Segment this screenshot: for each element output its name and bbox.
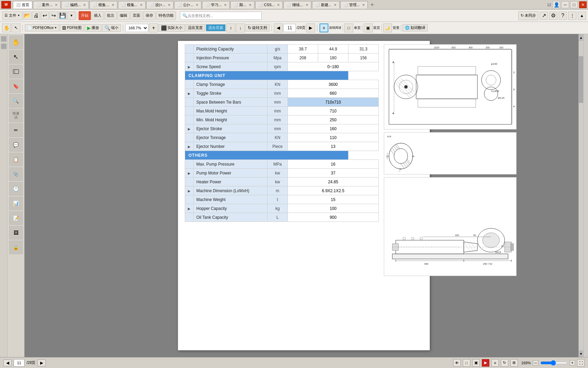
tool-search[interactable]: 🔍 bbox=[9, 94, 23, 108]
tool-view[interactable] bbox=[9, 65, 23, 78]
tab-9[interactable]: ⬜ CSS... ✕ bbox=[255, 1, 283, 9]
tab-add-button[interactable]: + bbox=[369, 2, 376, 8]
more-options-button[interactable]: ⋮ bbox=[568, 12, 576, 20]
tab-5-close[interactable]: ✕ bbox=[168, 3, 170, 7]
scroll-track[interactable] bbox=[579, 41, 583, 350]
tab-12[interactable]: ⬜ 管理... ✕ bbox=[340, 1, 368, 9]
tab-5[interactable]: ⬜ 设(+... ✕ bbox=[146, 1, 174, 9]
close-button[interactable]: ✕ bbox=[579, 1, 587, 8]
tool-list[interactable]: 📊 bbox=[9, 197, 23, 210]
select-tool-button[interactable]: ↖ bbox=[12, 24, 20, 32]
zoom-out-status-button[interactable]: ─ bbox=[533, 360, 538, 366]
vertical-scrollbar[interactable]: ▲ ▼ bbox=[578, 34, 583, 357]
page-icon[interactable]: □ bbox=[463, 359, 470, 367]
fit-page-button[interactable]: 适合页面 bbox=[206, 24, 226, 31]
send-back-button[interactable]: ↓ bbox=[236, 24, 245, 32]
tool-comment[interactable]: 💬 bbox=[9, 138, 23, 152]
actual-size-button[interactable]: ⬛ 实际大小 bbox=[159, 24, 185, 32]
continuous-read-label-btn[interactable]: 连续阅读 bbox=[329, 26, 341, 30]
tab-7[interactable]: ⬜ 学习... ✕ bbox=[202, 1, 230, 9]
tab-4-close[interactable]: ✕ bbox=[140, 3, 143, 7]
tab-12-close[interactable]: ✕ bbox=[362, 3, 365, 7]
fullscreen-button[interactable]: ⛶ bbox=[577, 359, 585, 367]
tool-stamp[interactable]: 📋 bbox=[9, 153, 23, 166]
tab-11-close[interactable]: ✕ bbox=[334, 3, 337, 7]
row-arrow[interactable]: ▶ bbox=[185, 204, 194, 213]
status-page-input[interactable] bbox=[14, 359, 24, 367]
tab-6-close[interactable]: ✕ bbox=[196, 3, 198, 7]
single-page-button[interactable]: □ bbox=[344, 24, 353, 32]
tool-select[interactable]: ↖ bbox=[9, 50, 23, 64]
edit-button[interactable]: 编辑 bbox=[117, 11, 130, 20]
tab-10-close[interactable]: ✕ bbox=[306, 3, 308, 7]
settings-button[interactable]: ⚙ bbox=[549, 12, 557, 20]
row-arrow[interactable]: ▶ bbox=[185, 89, 194, 98]
zoom-in-status-button[interactable]: + bbox=[570, 360, 575, 366]
tool-attach[interactable]: 📎 bbox=[9, 167, 23, 181]
help-button[interactable]: ? bbox=[559, 12, 567, 20]
share-button[interactable]: ↗ bbox=[540, 12, 548, 20]
sync-button[interactable]: ↻ 未同步 bbox=[518, 11, 538, 20]
hand-tool-button[interactable]: ✋ bbox=[2, 24, 11, 32]
zoom-slider[interactable] bbox=[540, 360, 568, 366]
zoom-out-button[interactable]: 🔍 缩小 bbox=[102, 24, 121, 32]
play-button[interactable]: ▶ 播放 bbox=[85, 24, 101, 32]
scroll-down-arrow[interactable]: ▼ bbox=[579, 350, 583, 357]
tab-1[interactable]: ⬜ 案件... ✕ bbox=[33, 1, 61, 9]
translate-button[interactable]: 🌐 划词翻译 bbox=[403, 24, 428, 31]
special-button[interactable]: 特色功能 bbox=[156, 11, 176, 20]
tool-image[interactable]: 🖼 bbox=[9, 226, 23, 240]
insert-button[interactable]: 插入 bbox=[92, 11, 104, 20]
rotate-status-icon[interactable]: ↻ bbox=[501, 359, 508, 367]
status-prev-button[interactable]: ◀ bbox=[3, 359, 12, 366]
save-btn2[interactable]: 保存 bbox=[143, 11, 156, 20]
tab-3-close[interactable]: ✕ bbox=[112, 3, 114, 7]
pdf-convert-button[interactable]: 🖼 PDF转图 bbox=[60, 24, 84, 31]
tab-9-close[interactable]: ✕ bbox=[277, 3, 280, 7]
scroll-button[interactable]: ↕ bbox=[226, 24, 235, 32]
page-button[interactable]: 页面 bbox=[130, 11, 143, 20]
fit-width-button[interactable]: 适应宽度 bbox=[185, 24, 205, 31]
row-arrow[interactable]: ▶ bbox=[185, 142, 194, 151]
start-button[interactable]: 开始 bbox=[79, 11, 91, 20]
menu-button[interactable]: ☰ 文件 ▼ bbox=[2, 11, 22, 20]
page-number-input[interactable] bbox=[283, 24, 296, 32]
tab-7-close[interactable]: ✕ bbox=[224, 3, 227, 7]
next-page-button[interactable]: ▶ bbox=[306, 24, 315, 32]
zoom-in-button[interactable]: + bbox=[149, 24, 158, 32]
pdf-to-office-button[interactable]: 📄 PDF转Office ▼ bbox=[25, 24, 59, 31]
tool-pointer[interactable]: ✋ bbox=[9, 35, 23, 49]
annotate-button[interactable]: 批注 bbox=[104, 11, 117, 20]
red-play-icon[interactable]: ▶ bbox=[482, 359, 489, 367]
tool-form[interactable]: 📝 bbox=[9, 211, 23, 225]
tab-8-close[interactable]: ✕ bbox=[249, 3, 251, 7]
row-arrow[interactable]: ▶ bbox=[185, 124, 194, 133]
user-icon[interactable]: 👤 bbox=[553, 1, 560, 9]
tool-annotate[interactable]: ✏ bbox=[9, 123, 23, 137]
sidebar-item-quickaccess[interactable]: 快速访 bbox=[9, 109, 23, 122]
row-arrow[interactable]: ▶ bbox=[185, 186, 194, 195]
status-next-button[interactable]: ▶ bbox=[37, 359, 46, 366]
double-page-button[interactable]: ▣ bbox=[364, 24, 373, 32]
eye-icon[interactable]: 👁 bbox=[453, 359, 461, 367]
more-button[interactable]: ▼ bbox=[67, 12, 76, 20]
tool-bookmark[interactable]: 🔖 bbox=[9, 79, 23, 93]
tab-2[interactable]: ⬜ 编档... ✕ bbox=[61, 1, 89, 9]
tab-1-close[interactable]: ✕ bbox=[55, 3, 58, 7]
tab-10[interactable]: ⬜ 继续... ✕ bbox=[283, 1, 311, 9]
grid-icon[interactable]: ⊞ bbox=[510, 359, 518, 367]
save-button[interactable]: 💾 bbox=[59, 12, 67, 20]
tab-2-close[interactable]: ✕ bbox=[83, 3, 86, 7]
scroll-mode-icon[interactable]: ≡ bbox=[491, 359, 499, 367]
search-box[interactable]: 🔍 bbox=[180, 12, 262, 20]
tab-3[interactable]: ⬜ 模集... ✕ bbox=[89, 1, 117, 9]
continuous-read-button[interactable]: ≡ bbox=[320, 24, 328, 32]
tab-home[interactable]: ⬜ 首页 bbox=[13, 1, 32, 9]
search-input[interactable] bbox=[187, 14, 259, 18]
tab-11[interactable]: ⬜ 新建... ✕ bbox=[312, 1, 340, 9]
tab-8[interactable]: ⬜ 期... ✕ bbox=[230, 1, 254, 9]
row-arrow[interactable]: ▶ bbox=[185, 169, 194, 178]
maximize-button[interactable]: □ bbox=[570, 1, 578, 8]
rotate-doc-button[interactable]: ↻ 旋转文档 bbox=[245, 24, 270, 31]
scroll-thumb[interactable] bbox=[579, 56, 583, 103]
